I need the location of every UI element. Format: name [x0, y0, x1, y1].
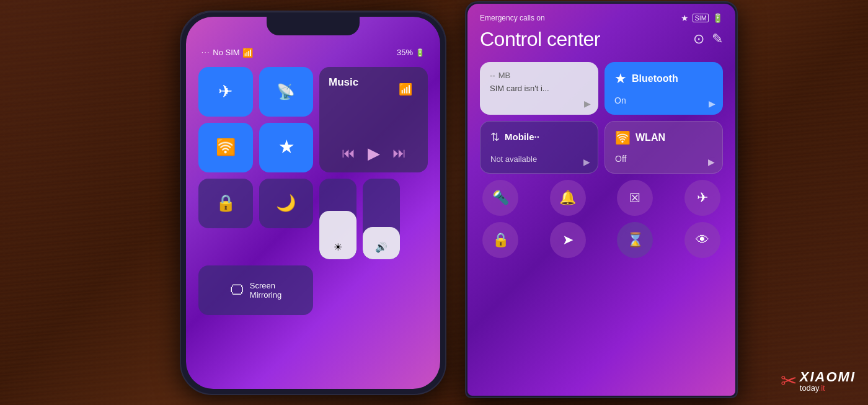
bluetooth-icon: ★	[279, 138, 293, 157]
ios-control-grid: ✈ 📡 Music 📶 ⏮	[198, 67, 428, 315]
xiaomi-tile-wlan[interactable]: 🛜 WLAN Off ▶	[604, 121, 723, 174]
xiaomi-tile-mobile[interactable]: ⇅ Mobile·· Not available ▶	[480, 121, 598, 174]
play-icon[interactable]: ▶	[368, 144, 380, 163]
bt-arrow: ▶	[709, 99, 715, 109]
xiaomi-status-bar: Emergency calls on ★ SIM 🔋	[480, 13, 723, 23]
airplane-mode-icon: ✈	[697, 190, 708, 206]
xiaomi-status-icons: ★ SIM 🔋	[681, 13, 723, 23]
volume-icon: 🔊	[375, 241, 388, 253]
xiaomi-settings-icon[interactable]: ⊙	[693, 31, 704, 47]
wlan-status: Off	[615, 153, 712, 164]
screen-mirror-icon: 🖵	[230, 282, 244, 298]
sim-arrow: ▶	[584, 99, 591, 109]
music-controls: ⏮ ▶ ⏭	[329, 144, 418, 163]
xiaomi-top-grid: -- MB SIM card isn't i... ▶	[480, 62, 723, 174]
screenshot-icon: ☒	[629, 190, 640, 205]
sim-row: -- MB	[490, 71, 588, 80]
xiaomi-control-center-title: Control center	[480, 28, 600, 51]
mobile-subtitle: Not available	[490, 154, 537, 164]
xiaomi-icon-row-2: 🔒 ➤ ⌛ 👁	[480, 222, 723, 258]
brand-text: XIAOMI today.it	[800, 370, 856, 392]
sim-title: SIM card isn't i...	[490, 84, 549, 93]
mobile-title: Mobile··	[505, 131, 539, 142]
xiaomi-lock-btn[interactable]: 🔒	[482, 222, 518, 258]
cellular-icon: 📡	[277, 83, 295, 100]
lock-rotation-icon: 🔒	[216, 194, 236, 213]
sim-dots-label: --	[490, 71, 495, 80]
location-icon: ➤	[562, 232, 574, 248]
wlan-header: 🛜 WLAN	[615, 130, 712, 145]
wifi-ctrl-icon: 🛜	[216, 138, 236, 157]
phones-container: ··· No SIM 📶 35% 🔋 ✈	[0, 0, 868, 405]
xiaomi-screenshot-btn[interactable]: ☒	[617, 180, 653, 216]
ios-sliders: ☀ 🔊	[319, 179, 428, 259]
wifi-icon: 📶	[242, 48, 253, 58]
iphone-status-left: ··· No SIM 📶	[202, 48, 253, 58]
brand-name: XIAOMI	[800, 370, 856, 384]
ios-tile-music[interactable]: Music 📶 ⏮ ▶ ⏭	[319, 67, 428, 172]
xiaomi-edit-icon[interactable]: ✎	[712, 31, 723, 47]
wlan-icon: 🛜	[615, 130, 631, 145]
iphone-body: ··· No SIM 📶 35% 🔋 ✈	[180, 11, 446, 395]
xiaomi-tile-bluetooth[interactable]: ★ Bluetooth On ▶	[604, 62, 723, 115]
moon-icon: 🌙	[276, 194, 296, 213]
timer-icon: ⌛	[627, 232, 644, 248]
xiaomi-device: Emergency calls on ★ SIM 🔋 Control cente…	[465, 1, 738, 398]
airplane-icon: ✈	[218, 81, 232, 102]
xiaomi-sim-icon: SIM	[693, 14, 709, 22]
bt-icon: ★	[614, 71, 627, 87]
rewind-icon[interactable]: ⏮	[342, 145, 355, 161]
ios-tile-cellular[interactable]: 📡	[259, 67, 314, 117]
bt-header: ★ Bluetooth	[614, 71, 713, 87]
bt-title: Bluetooth	[632, 73, 678, 84]
tld-label: .it	[819, 383, 825, 393]
battery-percent: 35%	[397, 48, 413, 57]
xiaomi-location-btn[interactable]: ➤	[550, 222, 586, 258]
xiaomi-bluetooth-status-icon: ★	[681, 13, 689, 23]
xiaomi-bell-btn[interactable]: 🔔	[550, 180, 586, 216]
flashlight-icon: 🔦	[492, 190, 509, 206]
mobile-status: Not available	[490, 153, 588, 164]
sim-mb-label: MB	[498, 71, 511, 80]
today-label: today	[800, 383, 819, 393]
sim-tile-content: -- MB SIM card isn't i...	[490, 71, 588, 94]
xiaomi-screen: Emergency calls on ★ SIM 🔋 Control cente…	[467, 4, 735, 396]
ios-tile-lock-rotation[interactable]: 🔒	[198, 179, 253, 228]
ios-tile-do-not-disturb[interactable]: 🌙	[259, 179, 314, 228]
xiaomi-eye-btn[interactable]: 👁	[684, 222, 720, 258]
ios-tile-bluetooth[interactable]: ★	[259, 123, 314, 172]
page-watermark: ✂ XIAOMI today.it	[781, 369, 856, 393]
wlan-subtitle: Off	[615, 154, 626, 164]
signal-dots: ···	[202, 49, 210, 56]
emergency-calls-label: Emergency calls on	[480, 14, 545, 22]
iphone-screen: ··· No SIM 📶 35% 🔋 ✈	[186, 17, 440, 389]
xiaomi-tile-sim[interactable]: -- MB SIM card isn't i... ▶	[480, 62, 598, 115]
brightness-slider[interactable]: ☀	[319, 179, 356, 259]
xiaomi-header-icons: ⊙ ✎	[693, 31, 723, 47]
music-label: Music	[329, 76, 358, 88]
lock-icon: 🔒	[492, 232, 509, 248]
xiaomi-title-row: Control center ⊙ ✎	[480, 28, 723, 51]
ios-tile-screen-mirroring[interactable]: 🖵 ScreenMirroring	[198, 265, 313, 315]
ios-tile-airplane[interactable]: ✈	[198, 67, 253, 117]
mobile-header: ⇅ Mobile··	[490, 130, 588, 144]
battery-icon: 🔋	[415, 48, 425, 57]
screen-mirror-label: ScreenMirroring	[250, 281, 281, 300]
iphone-device: ··· No SIM 📶 35% 🔋 ✈	[180, 11, 446, 395]
brand-today-it: today.it	[800, 384, 856, 392]
xiaomi-timer-btn[interactable]: ⌛	[617, 222, 653, 258]
xiaomi-flashlight-btn[interactable]: 🔦	[482, 180, 518, 216]
ios-tile-wifi[interactable]: 🛜	[198, 123, 253, 172]
bt-subtitle: On	[614, 96, 626, 105]
forward-icon[interactable]: ⏭	[392, 145, 406, 161]
iphone-status-bar: ··· No SIM 📶 35% 🔋	[198, 48, 428, 58]
bt-status: On	[614, 95, 713, 106]
mobile-arrow: ▶	[583, 157, 590, 167]
bell-icon: 🔔	[559, 190, 576, 206]
eye-icon: 👁	[696, 232, 709, 248]
xiaomi-battery-icon: 🔋	[712, 13, 723, 23]
volume-slider[interactable]: 🔊	[363, 179, 400, 259]
xiaomi-airplane-btn[interactable]: ✈	[684, 180, 720, 216]
iphone-control-center: ··· No SIM 📶 35% 🔋 ✈	[186, 17, 440, 389]
wlan-title: WLAN	[636, 132, 665, 143]
